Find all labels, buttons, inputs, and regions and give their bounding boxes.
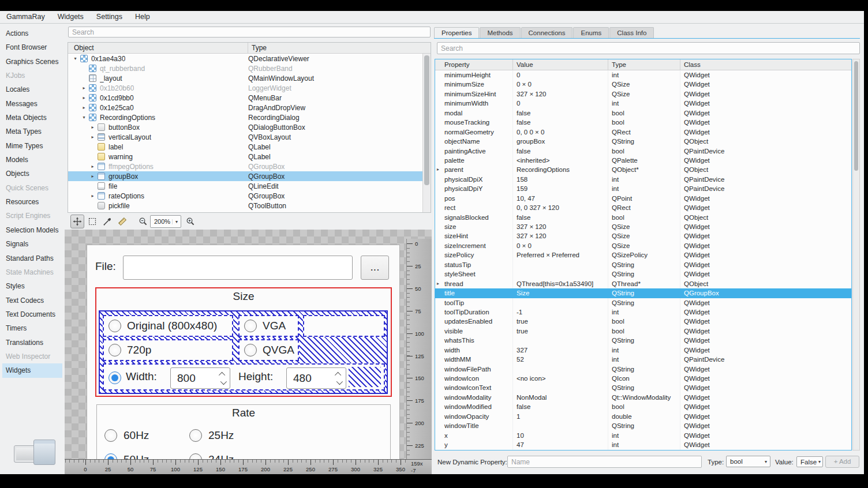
sidebar-item-meta-objects[interactable]: Meta Objects [2,111,62,125]
sidebar-item-mime-types[interactable]: Mime Types [2,139,62,153]
measure-tool-button[interactable] [115,215,129,228]
sidebar-item-widgets[interactable]: Widgets [2,363,62,377]
sidebar-item-text-documents[interactable]: Text Documents [2,307,62,321]
column-header-type[interactable]: Type [608,59,680,70]
property-row-palette[interactable]: palette<inherited>QPaletteQWidget [435,156,851,165]
property-row-rect[interactable]: rect0, 0 327 × 120QRectQWidget [435,203,851,212]
objects-search-input[interactable] [68,27,431,37]
property-row-objectname[interactable]: objectNamegroupBoxQStringQObject [435,137,851,146]
expander-icon[interactable]: ▾ [80,115,88,120]
property-row-width[interactable]: width327intQWidget [435,346,851,355]
property-row-mousetracking[interactable]: mouseTrackingfalseboolQWidget [435,118,851,127]
height-spinbox[interactable]: 480 [286,367,346,389]
sidebar-item-meta-types[interactable]: Meta Types [2,125,62,138]
new-property-name-input[interactable] [507,456,702,468]
radio-vga[interactable]: VGA [238,315,299,337]
property-row-windowfilepath[interactable]: windowFilePathQStringQWidget [435,365,851,374]
sidebar-item-selection-models[interactable]: Selection Models [2,223,62,237]
move-tool-button[interactable] [70,215,84,228]
column-header-object[interactable]: Object [68,43,248,53]
property-row-whatsthis[interactable]: whatsThisQStringQWidget [435,336,851,345]
property-row-sizepolicy[interactable]: sizePolicyPreferred × PreferredQSizePoli… [435,250,851,260]
menu-settings[interactable]: Settings [90,11,129,23]
property-row-minimumsize[interactable]: minimumSize0 × 0QSizeQWidget [435,80,851,89]
radio-qvga[interactable]: QVGA [238,339,299,361]
zoom-out-button[interactable] [136,215,150,228]
property-row-windowopacity[interactable]: windowOpacity1doubleQWidget [435,412,851,421]
tree-row-0x1e25ca0[interactable]: ▸0x1e25ca0DragAndDropView [68,103,422,112]
property-row-physicaldpix[interactable]: physicalDpiX158intQPaintDevice [435,175,851,184]
add-property-button[interactable]: + Add [825,456,859,468]
radio-original-800x480[interactable]: Original (800x480) [103,315,233,337]
tree-row-0x1cd9bb0[interactable]: ▸0x1cd9bb0QMenuBar [68,93,422,103]
property-row-y[interactable]: y47intQWidget [435,440,851,449]
tree-row-groupbox[interactable]: ▸groupBoxQGroupBox [68,171,422,181]
property-row-visible[interactable]: visibletrueboolQWidget [435,326,851,336]
zoom-level-select[interactable]: 200% ▾ [150,215,181,228]
spinner-arrows-icon[interactable] [331,368,346,388]
property-row-stylesheet[interactable]: styleSheetQStringQWidget [435,269,851,279]
expander-icon[interactable]: ▸ [437,279,439,288]
tree-row-0x1ae4a30[interactable]: ▾0x1ae4a30QDeclarativeViewer [68,54,422,63]
tab-connections[interactable]: Connections [521,27,573,39]
expander-icon[interactable]: ▸ [80,105,88,110]
sidebar-item-script-engines[interactable]: Script Engines [2,209,62,223]
property-row-size[interactable]: size327 × 120QSizeQWidget [435,222,851,231]
expander-icon[interactable]: ▸ [80,95,88,100]
property-row-sizeincrement[interactable]: sizeIncrement0 × 0QSizeQWidget [435,241,851,250]
property-row-modal[interactable]: modalfalseboolQWidget [435,108,851,118]
scrollbar-thumb[interactable] [424,55,429,185]
tree-row-ffmpegoptions[interactable]: ▸ffmpegOptionsQGroupBox [68,162,422,171]
properties-search-input[interactable] [437,42,860,54]
sidebar-item-locales[interactable]: Locales [2,82,62,96]
tree-row-file[interactable]: fileQLineEdit [68,181,422,191]
value-combobox[interactable]: False ▾ [796,456,823,467]
sidebar-item-signals[interactable]: Signals [2,237,62,251]
tab-properties[interactable]: Properties [434,27,479,39]
tab-class-info[interactable]: Class Info [609,27,654,39]
spinner-arrows-icon[interactable] [215,368,230,388]
sidebar-item-models[interactable]: Models [2,153,62,167]
object-tree-scrollbar[interactable] [422,54,431,212]
property-row-tooltip[interactable]: toolTipQStringQWidget [435,298,851,307]
property-row-physicaldpiy[interactable]: physicalDpiY159intQPaintDevice [435,184,851,193]
expander-icon[interactable]: ▸ [89,193,96,198]
sidebar-item-resources[interactable]: Resources [2,195,62,209]
property-row-thread[interactable]: thread▸QThread[this=0x1a53490]QThread*QO… [435,279,851,288]
width-spinbox[interactable]: 800 [170,367,230,389]
property-row-statustip[interactable]: statusTipQStringQWidget [435,260,851,269]
sidebar-item-actions[interactable]: Actions [2,27,62,40]
expander-icon[interactable]: ▸ [89,164,96,169]
file-input[interactable] [123,256,353,280]
select-frame-button[interactable] [85,215,99,228]
expander-icon[interactable]: ▾ [72,56,79,61]
color-picker-button[interactable] [100,215,114,228]
sidebar-item-styles[interactable]: Styles [2,279,62,293]
property-row-widthmm[interactable]: widthMM52intQPaintDevice [435,355,851,364]
property-row-normalgeometry[interactable]: normalGeometry0, 0 0 × 0QRectQWidget [435,127,851,137]
expander-icon[interactable]: ▸ [80,85,88,91]
property-row-windowtitle[interactable]: windowTitleQStringQWidget [435,421,851,430]
radio-60hz[interactable]: 60Hz [104,429,149,442]
properties-scrollbar[interactable] [852,59,860,451]
tab-enums[interactable]: Enums [573,27,609,39]
property-row-title[interactable]: titleSizeQStringQGroupBox [435,288,851,298]
property-row-x[interactable]: x10intQWidget [435,431,851,440]
scrollbar-thumb[interactable] [854,61,858,171]
property-row-minimumsizehint[interactable]: minimumSizeHint327 × 120QSizeQWidget [435,89,851,99]
sidebar-item-web-inspector[interactable]: Web Inspector [2,350,62,363]
property-row-updatesenabled[interactable]: updatesEnabledtrueboolQWidget [435,317,851,326]
property-row-parent[interactable]: parent▸RecordingOptionsQObject*QObject [435,165,851,174]
sidebar-item-kjobs[interactable]: KJobs [2,69,62,82]
sidebar-item-messages[interactable]: Messages [2,97,62,111]
column-header-type[interactable]: Type [248,43,431,53]
sidebar-item-text-codecs[interactable]: Text Codecs [2,294,62,307]
column-header-value[interactable]: Value [513,59,608,70]
sidebar-item-graphics-scenes[interactable]: Graphics Scenes [2,55,62,69]
tree-row-0x1b20b60[interactable]: ▸0x1b20b60LoggerWidget [68,83,422,93]
type-combobox[interactable]: bool ▾ [726,456,770,467]
property-row-tooltipduration[interactable]: toolTipDuration-1intQWidget [435,307,851,317]
tree-row-label[interactable]: labelQLabel [68,142,422,152]
sidebar-item-quick-scenes[interactable]: Quick Scenes [2,181,62,195]
menu-gammaray[interactable]: GammaRay [0,11,51,23]
